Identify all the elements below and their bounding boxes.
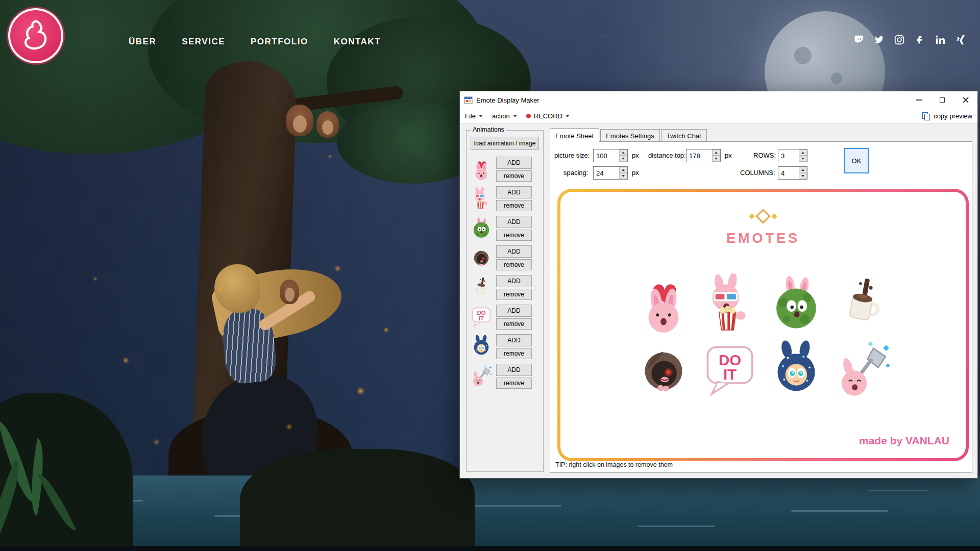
- add-button[interactable]: ADD: [496, 334, 532, 346]
- remove-button[interactable]: remove: [496, 200, 532, 211]
- bunny-logo-icon: [17, 17, 54, 54]
- add-button[interactable]: ADD: [496, 157, 532, 169]
- spacing-spinner[interactable]: [619, 167, 627, 179]
- thumbnail-bunny-hood[interactable]: [470, 246, 493, 269]
- distance-top-label: distance top:: [648, 149, 686, 162]
- titlebar[interactable]: Emote Display Maker: [460, 91, 977, 109]
- add-button[interactable]: ADD: [496, 216, 532, 228]
- emote-bunny-bush[interactable]: [766, 273, 826, 334]
- load-animation-button[interactable]: load animation / image: [471, 137, 539, 150]
- remove-button[interactable]: remove: [496, 289, 532, 300]
- twitch-icon[interactable]: [852, 34, 865, 46]
- rows-label: ROWS:: [753, 149, 776, 162]
- window-body: Animations load animation / image ADD re…: [460, 124, 977, 478]
- emote-coffee-cup[interactable]: [832, 273, 893, 334]
- emote-bunny-heart[interactable]: [633, 273, 694, 334]
- social-links: [852, 34, 967, 46]
- site-header: ÜBER SERVICE PORTFOLIO KONTAKT: [0, 0, 980, 77]
- px-label: px: [632, 166, 639, 180]
- columns-spinner[interactable]: [799, 167, 807, 179]
- record-dot-icon: [526, 114, 531, 118]
- remove-button[interactable]: remove: [496, 230, 532, 241]
- nav-item-portfolio[interactable]: PORTFOLIO: [251, 37, 308, 47]
- animation-row: ADD remove: [467, 243, 543, 272]
- emote-grid: [633, 273, 893, 400]
- remove-button[interactable]: remove: [496, 348, 532, 359]
- nav-item-ueber[interactable]: ÜBER: [129, 37, 156, 47]
- picture-size-label: picture size:: [554, 149, 590, 162]
- close-button[interactable]: [954, 91, 977, 109]
- add-button[interactable]: ADD: [496, 186, 532, 198]
- animation-row: ADD remove: [467, 272, 543, 302]
- thumbnail-bunny-shovel[interactable]: [470, 364, 493, 388]
- tab-strip: Emote Sheet Emotes Settings Twitch Chat: [550, 128, 972, 142]
- emote-bunny-cosmic[interactable]: [766, 340, 826, 400]
- emote-bunny-hood[interactable]: [633, 340, 694, 400]
- credit-text: made by VANLAU: [859, 435, 949, 447]
- tab-twitch-chat[interactable]: Twitch Chat: [661, 129, 707, 142]
- tab-area: Emote Sheet Emotes Settings Twitch Chat …: [550, 128, 972, 473]
- spacing-label: spacing:: [564, 166, 588, 180]
- nav-item-kontakt[interactable]: KONTAKT: [334, 37, 381, 47]
- columns-label: COLUMNS:: [740, 166, 775, 180]
- chevron-down-icon: [513, 115, 517, 117]
- thumbnail-coffee-cup[interactable]: [470, 276, 493, 299]
- maximize-button[interactable]: [930, 91, 954, 109]
- facebook-icon[interactable]: [914, 34, 926, 46]
- animation-row: ADD remove: [467, 213, 543, 243]
- copy-icon: [922, 112, 930, 120]
- menu-record[interactable]: RECORD: [526, 112, 570, 120]
- remove-button[interactable]: remove: [496, 378, 532, 389]
- chevron-down-icon: [566, 115, 570, 117]
- sea: [0, 475, 980, 551]
- tab-emote-sheet[interactable]: Emote Sheet: [550, 128, 599, 142]
- bottom-edge: [0, 546, 980, 551]
- animation-row: ADD remove: [467, 361, 543, 391]
- thumbnail-do-it-bubble[interactable]: [470, 305, 493, 329]
- picture-size-spinner[interactable]: [619, 149, 627, 162]
- remove-button[interactable]: remove: [496, 318, 532, 330]
- emote-bunny-shovel[interactable]: [832, 340, 893, 400]
- thumbnail-bunny-popcorn[interactable]: [470, 187, 493, 210]
- xing-icon[interactable]: [954, 34, 967, 46]
- thumbnail-bunny-bush[interactable]: [470, 216, 493, 240]
- app-icon: [464, 96, 473, 105]
- ok-button[interactable]: OK: [844, 148, 869, 173]
- divider-ornament-icon: [620, 205, 906, 229]
- minimize-button[interactable]: [907, 91, 930, 109]
- distance-top-spinner[interactable]: [712, 149, 720, 162]
- window-controls: [907, 91, 977, 109]
- thumbnail-bunny-heart[interactable]: [470, 157, 493, 181]
- emote-bunny-popcorn[interactable]: [700, 273, 760, 334]
- add-button[interactable]: ADD: [496, 275, 532, 287]
- add-button[interactable]: ADD: [496, 245, 532, 258]
- menu-action[interactable]: action: [492, 112, 517, 120]
- animation-row: ADD remove: [467, 302, 543, 332]
- add-button[interactable]: ADD: [496, 364, 532, 376]
- emote-do-it-bubble[interactable]: [700, 340, 760, 400]
- owl-couple: [286, 105, 313, 136]
- animations-panel: Animations load animation / image ADD re…: [466, 130, 544, 472]
- tab-emotes-settings[interactable]: Emotes Settings: [600, 129, 660, 142]
- chevron-down-icon: [479, 115, 483, 117]
- emote-sheet-preview: EMOTES made by VAN: [557, 189, 969, 461]
- add-button[interactable]: ADD: [496, 305, 532, 317]
- remove-button[interactable]: remove: [496, 259, 532, 270]
- emotes-sheet-title: EMOTES: [560, 231, 966, 246]
- linkedin-icon[interactable]: [934, 34, 946, 46]
- copy-preview-button[interactable]: copy preview: [922, 112, 972, 120]
- remove-button[interactable]: remove: [496, 170, 532, 182]
- animations-panel-label: Animations: [471, 126, 506, 133]
- menu-file[interactable]: File: [465, 112, 483, 120]
- instagram-icon[interactable]: [893, 34, 905, 46]
- thumbnail-bunny-cosmic[interactable]: [470, 335, 493, 358]
- twitter-icon[interactable]: [873, 34, 885, 46]
- emote-sheet-page: picture size: px distance top: px ROWS:: [550, 141, 972, 473]
- nav-item-service[interactable]: SERVICE: [182, 37, 225, 47]
- owl-on-hand: [280, 280, 299, 304]
- animation-row: ADD remove: [467, 154, 543, 184]
- site-logo[interactable]: [8, 8, 63, 63]
- animation-row: ADD remove: [467, 332, 543, 361]
- screen: ÜBER SERVICE PORTFOLIO KONTAKT: [0, 0, 980, 551]
- rows-spinner[interactable]: [799, 149, 807, 162]
